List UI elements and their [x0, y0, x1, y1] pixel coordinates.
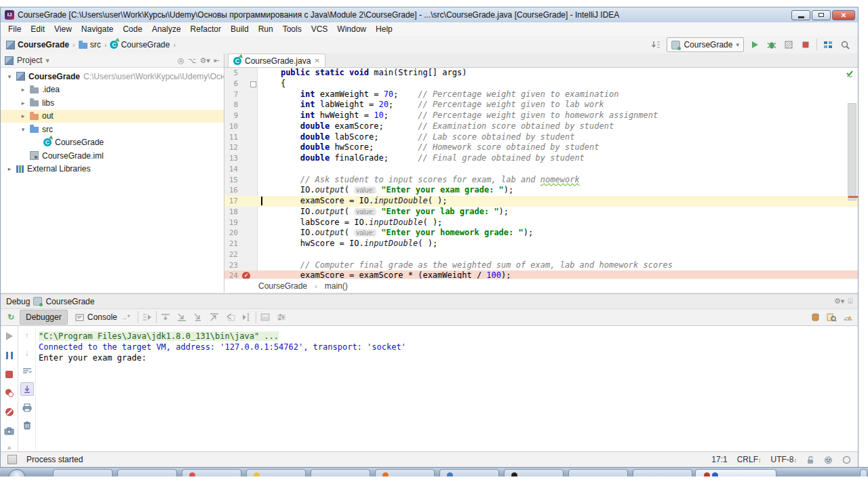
taskbar-app-button[interactable] [53, 469, 113, 476]
code-line-20[interactable]: 20 IO.output( value: "Enter your homewor… [224, 228, 858, 239]
minimize-button[interactable] [791, 10, 810, 20]
memory-gauge-icon[interactable] [840, 310, 855, 324]
title-bar[interactable]: IJ CourseGrade [C:\Users\user\Work\Курсы… [1, 7, 858, 22]
taskbar-app-button[interactable] [117, 469, 177, 476]
inspection-status-icon[interactable] [845, 69, 854, 79]
locate-file-icon[interactable]: ◎ [178, 56, 184, 65]
code-line-19[interactable]: 19 labScore = IO.inputDouble( ); [224, 218, 858, 228]
step-into-icon[interactable] [174, 310, 189, 324]
line-number[interactable]: 9 [227, 110, 238, 121]
tree-item-libs[interactable]: ▸libs [1, 96, 224, 110]
more-actions-button[interactable]: » [7, 444, 12, 451]
code-line-22[interactable]: 22 [224, 249, 858, 260]
code-line-16[interactable]: 16 IO.output( value: "Enter your exam gr… [224, 185, 858, 196]
hide-panel-icon[interactable]: ⇤ [214, 56, 220, 65]
start-button[interactable] [8, 469, 26, 476]
tree-item-external-libraries[interactable]: ▸External Libraries [1, 163, 224, 176]
rerun-icon[interactable]: ↻ [3, 310, 18, 324]
event-log-bubble-icon[interactable] [842, 455, 851, 464]
code-line-8[interactable]: 8 int labWeight = 20; // Percentage weig… [224, 100, 858, 110]
line-number[interactable]: 16 [227, 185, 238, 196]
breadcrumb-src[interactable]: src [79, 40, 101, 49]
taskbar-active-app-button[interactable] [695, 469, 776, 476]
line-number[interactable]: 18 [227, 207, 238, 218]
taskbar-app-button[interactable] [504, 469, 564, 476]
threads-view-icon[interactable] [808, 310, 823, 324]
show-execution-point-icon[interactable] [140, 310, 155, 324]
line-number[interactable]: 6 [227, 79, 238, 89]
tree-chevron-icon[interactable]: ▾ [20, 126, 26, 133]
hide-panel-icon[interactable]: ⍗ [848, 297, 852, 306]
code-line-21[interactable]: 21 hwScore = IO.inputDouble( ); [224, 239, 858, 249]
code-editor[interactable]: 5 public static void main(String[] args)… [224, 68, 858, 281]
soft-wrap-icon[interactable] [21, 365, 33, 377]
tree-item-out[interactable]: ▸out [1, 110, 224, 123]
line-number[interactable]: 17 [227, 196, 238, 207]
line-number[interactable]: 23 [227, 260, 238, 271]
project-panel-header[interactable]: Project ▾ ◎ ⌥ ⚙▾ ⇤ [1, 54, 224, 68]
code-line-14[interactable]: 14 [224, 164, 858, 175]
code-line-7[interactable]: 7 int examWeight = 70; // Percentage wei… [224, 89, 858, 100]
line-separator-select[interactable]: CRLF↕ [737, 455, 762, 464]
menu-help[interactable]: Help [371, 22, 397, 36]
window-grid-icon[interactable] [822, 39, 834, 51]
gear-icon[interactable]: ⚙▾ [199, 56, 210, 65]
stop-process-button[interactable] [3, 369, 16, 380]
inspection-profile-icon[interactable] [824, 455, 833, 464]
close-tab-icon[interactable]: ✕ [314, 57, 319, 64]
run-button[interactable] [749, 39, 761, 51]
tree-chevron-icon[interactable]: ▸ [20, 113, 26, 119]
tree-chevron-icon[interactable]: ▸ [20, 100, 26, 106]
line-number[interactable]: 7 [227, 89, 238, 100]
line-number[interactable]: 11 [227, 132, 238, 143]
thread-dump-camera-icon[interactable] [3, 425, 16, 436]
code-line-15[interactable]: 15 // Ask student to input scores for ex… [224, 175, 858, 186]
taskbar-app-button[interactable] [182, 469, 241, 476]
run-configuration-select[interactable]: CourseGrade ▾ [667, 37, 744, 52]
code-line-18[interactable]: 18 IO.output( value: "Enter your lab gra… [224, 207, 858, 218]
debug-button[interactable] [766, 39, 778, 51]
line-number[interactable]: 20 [227, 228, 238, 239]
fold-marker-icon[interactable] [250, 81, 256, 87]
step-over-icon[interactable] [158, 310, 173, 324]
pause-button[interactable] [3, 350, 16, 361]
debug-panel-header[interactable]: Debug CourseGrade ⚙▾ ⍗ [1, 294, 858, 309]
code-line-17[interactable]: 17 examScore = IO.inputDouble( ); [224, 196, 858, 207]
clear-all-icon[interactable] [21, 419, 33, 431]
code-line-13[interactable]: 13 double finalGrade; // Final grade obt… [224, 153, 858, 164]
taskbar-app-button[interactable] [311, 469, 370, 476]
line-number[interactable]: 13 [227, 153, 238, 164]
drop-frame-icon[interactable] [223, 310, 238, 324]
code-line-23[interactable]: 23 // Computer final grade as the weight… [224, 260, 858, 271]
search-icon[interactable] [839, 39, 851, 51]
menu-navigate[interactable]: Navigate [77, 22, 118, 36]
windows-taskbar[interactable] [0, 467, 868, 476]
run-to-cursor-icon[interactable] [239, 310, 254, 324]
breadcrumb-coursegrade[interactable]: CourseGrade [110, 40, 170, 49]
tree-item-coursegrade[interactable]: ▾CourseGradeC:\Users\user\Work\Курсы\Ude… [1, 70, 224, 83]
down-stack-icon[interactable]: ↓ [21, 347, 33, 359]
tree-item-coursegrade[interactable]: CourseGrade [1, 136, 224, 150]
tree-chevron-icon[interactable]: ▸ [20, 86, 26, 93]
console-output[interactable]: "C:\Program Files\Java\jdk1.8.0_131\bin\… [39, 331, 855, 451]
code-line-10[interactable]: 10 double examScore; // Examination scor… [224, 121, 858, 132]
editor-scrollbar[interactable] [848, 103, 856, 201]
collapse-all-icon[interactable]: ⌥ [188, 56, 197, 65]
line-number[interactable]: 19 [227, 218, 238, 228]
stop-button[interactable] [800, 39, 812, 51]
run-with-coverage-button[interactable] [783, 39, 795, 51]
print-icon[interactable] [21, 401, 33, 413]
breadcrumb-coursegrade[interactable]: CourseGrade [6, 40, 69, 49]
line-number[interactable]: 22 [227, 249, 238, 260]
mute-breakpoints-button[interactable] [3, 406, 16, 418]
taskbar-app-button[interactable] [568, 469, 628, 476]
chevron-down-icon[interactable]: ▾ [45, 56, 50, 65]
tree-item-idea[interactable]: ▸.idea [1, 83, 224, 97]
view-breakpoints-button[interactable] [3, 387, 16, 399]
restore-layout-icon[interactable] [274, 310, 289, 324]
taskbar-app-button[interactable] [633, 469, 692, 476]
taskbar-app-button[interactable] [375, 469, 435, 476]
menu-code[interactable]: Code [118, 22, 147, 36]
menu-window[interactable]: Window [332, 22, 371, 36]
code-line-6[interactable]: 6 { [224, 79, 858, 89]
